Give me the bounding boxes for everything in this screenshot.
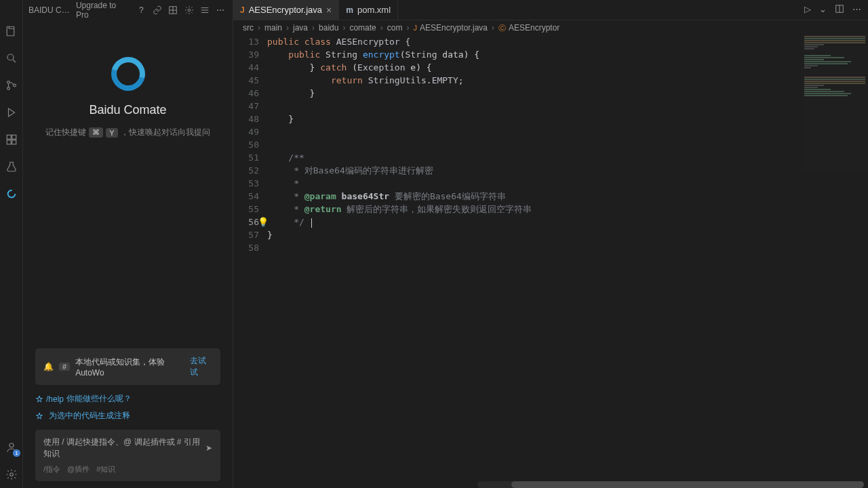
input-hint: #知识 (96, 464, 115, 474)
svg-point-13 (188, 9, 191, 12)
breadcrumb-item[interactable]: src (243, 23, 254, 33)
link-icon[interactable] (151, 3, 163, 17)
quick-link[interactable]: 为选中的代码生成注释 (35, 407, 220, 424)
tip-text: 本地代码或知识集，体验 AutoWo (75, 357, 184, 378)
breadcrumb-item[interactable]: baidu (319, 23, 338, 33)
code-line[interactable]: } catch (Exception e) { (267, 61, 868, 74)
code-line[interactable] (267, 241, 868, 254)
tip-link[interactable]: 去试试 (190, 355, 212, 378)
svg-rect-0 (7, 26, 14, 36)
code-line[interactable]: * (267, 177, 868, 190)
search-icon[interactable] (0, 45, 23, 72)
svg-rect-6 (12, 135, 16, 139)
code-line[interactable]: * 对Base64编码的字符串进行解密 (267, 164, 868, 177)
comate-sidebar: BAIDU CO... Upgrade to Pro ? ⋯ Baidu Com… (23, 0, 233, 488)
activity-bar: 1 (0, 0, 23, 488)
svg-point-11 (10, 473, 14, 476)
code-line[interactable]: } (267, 87, 868, 100)
file-type-icon: J (240, 5, 245, 15)
svg-point-10 (9, 443, 14, 447)
breadcrumb-item[interactable]: comate (349, 23, 376, 33)
code-line[interactable] (267, 100, 868, 113)
minimap[interactable] (802, 35, 868, 171)
breadcrumb-item[interactable]: main (264, 23, 282, 33)
code-line[interactable] (267, 125, 868, 138)
comate-hint: 记住快捷键 ⌘ Y ，快速唤起对话向我提问 (45, 127, 210, 138)
breadcrumb-item[interactable]: AESEncryptor.java (420, 23, 488, 33)
run-icon[interactable] (0, 99, 23, 126)
code-line[interactable] (267, 138, 868, 151)
list-icon[interactable] (198, 3, 211, 17)
chevron-down-icon[interactable]: ⌄ (819, 4, 827, 16)
svg-point-2 (7, 81, 10, 84)
line-gutter: 1339444546474849505152535455565758 (233, 35, 267, 488)
bell-icon: 🔔 (43, 362, 54, 371)
settings-icon[interactable] (0, 461, 23, 488)
code-line[interactable]: } (267, 113, 868, 125)
svg-point-1 (7, 54, 14, 60)
more-actions-icon[interactable]: ⋯ (852, 4, 861, 16)
sidebar-title: BAIDU CO... (28, 5, 73, 15)
chat-input-placeholder: 使用 / 调起快捷指令、@ 调起插件或 # 引用知识 (43, 436, 205, 460)
code-line[interactable]: * @return 解密后的字符串，如果解密失败则返回空字符串 (267, 203, 868, 216)
code-editor[interactable]: 1339444546474849505152535455565758 publi… (233, 35, 868, 488)
horizontal-scrollbar[interactable] (477, 481, 863, 488)
input-hint: /指令 (43, 464, 60, 474)
chat-input[interactable]: 使用 / 调起快捷指令、@ 调起插件或 # 引用知识 ➤ /指令@插件#知识 (35, 430, 220, 481)
tab-label: pom.xml (357, 5, 391, 15)
sidebar-header: BAIDU CO... Upgrade to Pro ? ⋯ (23, 0, 233, 20)
more-icon[interactable]: ⋯ (214, 3, 227, 17)
run-button-icon[interactable]: ▷ (804, 4, 811, 16)
breadcrumb-item[interactable]: AESEncryptor (509, 23, 559, 33)
comate-product-name: Baidu Comate (89, 103, 166, 117)
svg-point-3 (7, 87, 10, 90)
upgrade-link[interactable]: Upgrade to Pro (76, 1, 130, 20)
send-icon[interactable]: ➤ (205, 443, 212, 453)
code-line[interactable]: public class AESEncryptor { (267, 35, 868, 48)
gear-icon[interactable] (182, 3, 195, 17)
input-hint: @插件 (67, 464, 90, 474)
hash-badge: # (59, 363, 70, 371)
code-line[interactable]: 💡 */ (267, 216, 868, 228)
split-editor-icon[interactable] (835, 4, 844, 16)
tip-box: 🔔 # 本地代码或知识集，体验 AutoWo 去试试 (35, 348, 220, 385)
code-line[interactable]: * @param base64Str 要解密的Base64编码字符串 (267, 190, 868, 203)
comate-icon[interactable] (0, 180, 23, 207)
account-icon[interactable]: 1 (0, 434, 23, 461)
lightbulb-icon[interactable]: 💡 (258, 216, 269, 228)
svg-rect-8 (12, 140, 16, 144)
kbd-cmd: ⌘ (89, 127, 103, 138)
testing-icon[interactable] (0, 153, 23, 180)
quick-link[interactable]: /help 你能做些什么呢？ (35, 390, 220, 407)
layout-icon[interactable] (166, 3, 179, 17)
file-type-icon: m (346, 5, 353, 15)
svg-point-4 (14, 84, 16, 87)
code-line[interactable]: public String encrypt(String data) { (267, 48, 868, 61)
close-icon[interactable]: × (326, 5, 332, 16)
breadcrumb-item[interactable]: com (387, 23, 403, 33)
git-icon[interactable] (0, 72, 23, 99)
tab-pom.xml[interactable]: mpom.xml (339, 0, 398, 20)
tab-AESEncryptor.java[interactable]: JAESEncryptor.java× (233, 0, 339, 20)
help-icon[interactable]: ? (135, 3, 148, 17)
code-line[interactable]: return StringUtils.EMPTY; (267, 74, 868, 87)
comate-welcome: Baidu Comate 记住快捷键 ⌘ Y ，快速唤起对话向我提问 (23, 20, 233, 348)
breadcrumb[interactable]: src›main›java›baidu›comate›com›JAESEncry… (233, 20, 868, 35)
breadcrumb-item[interactable]: java (293, 23, 308, 33)
extensions-icon[interactable] (0, 126, 23, 153)
svg-point-9 (8, 190, 16, 198)
svg-rect-7 (7, 140, 11, 144)
code-line[interactable]: /** (267, 151, 868, 164)
tab-label: AESEncryptor.java (249, 5, 322, 15)
code-line[interactable]: } (267, 228, 868, 241)
kbd-y: Y (106, 128, 117, 138)
comate-logo (104, 51, 151, 97)
explorer-icon[interactable] (0, 18, 23, 45)
editor-area: JAESEncryptor.java×mpom.xml ▷ ⌄ ⋯ src›ma… (233, 0, 868, 488)
svg-rect-5 (7, 135, 11, 139)
tabbar: JAESEncryptor.java×mpom.xml ▷ ⌄ ⋯ (233, 0, 868, 20)
